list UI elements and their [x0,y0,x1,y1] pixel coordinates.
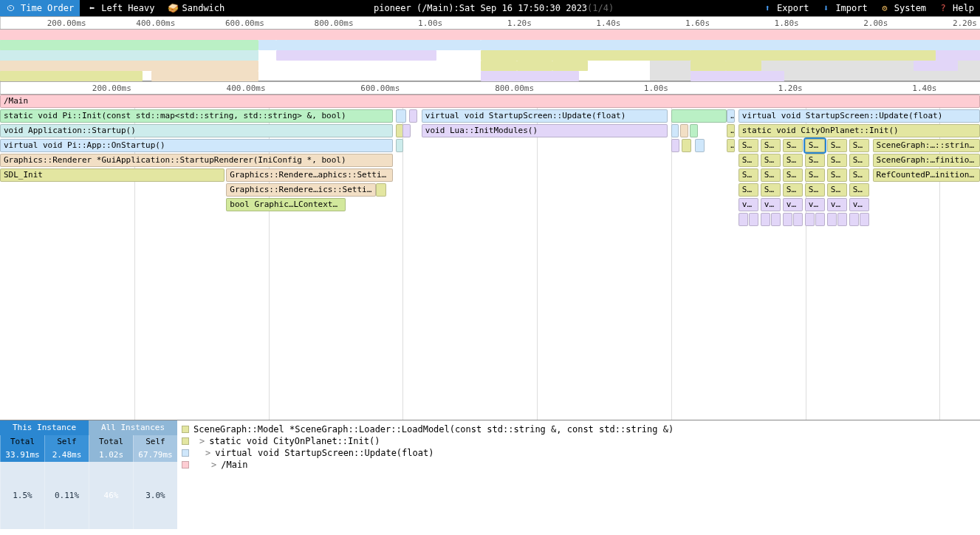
frame-v-r7-2[interactable]: v… [783,198,803,211]
frame-s-r4-0[interactable]: S… [739,154,758,167]
stack-line[interactable]: SceneGraph::Model *SceneGraph::Loader::L… [182,423,976,435]
frame-sl-r8-1a[interactable] [761,213,771,226]
frame-sl-r8-3b[interactable] [815,213,825,226]
frame-sliver-r3-1[interactable] [671,139,679,152]
frame-sliver-r3-3[interactable] [695,139,705,152]
frame-lua-initmodules[interactable]: void Lua::InitModules() [422,124,668,137]
tab-sandwich[interactable]: 🥪 Sandwich [162,0,232,16]
frame-main-root[interactable]: /Main [0,95,980,108]
frame-s-r4-3[interactable]: S… [805,154,825,167]
frame-s-r6-3[interactable]: S… [805,183,825,197]
frame-app-startup[interactable]: void Application::Startup() [0,124,393,137]
frame-dots-2[interactable]: … [727,124,735,137]
frame-s-r3-0[interactable]: S…) [739,139,758,152]
frame-dots-3[interactable]: … [727,139,735,152]
frame-v-r7-5[interactable]: v… [849,198,869,211]
stack-line[interactable]: >/Main [182,459,976,471]
stack-line[interactable]: >static void CityOnPlanet::Init() [182,435,976,447]
frame-gfx-renderer-settings-2[interactable]: Graphics::Rendere…ics::Settings &) [226,183,376,197]
frame-v-r7-4[interactable]: v… [827,198,847,211]
frame-s-r3-5[interactable]: S…) [849,139,869,152]
col-all-total[interactable]: Total [89,435,133,449]
frame-sl-r8-5a[interactable] [849,213,860,226]
minimap-segment [481,71,579,81]
frame-s-r4-5[interactable]: S… [849,154,869,167]
frame-sliver-olive-2[interactable] [376,183,386,197]
frame-startup-renderer[interactable]: Graphics::Renderer *GuiApplication::Star… [0,154,393,167]
frame-sl-r8-0a[interactable] [739,213,749,226]
frame-sliver-tan-1[interactable] [680,124,688,137]
help-button[interactable]: ? Help [932,0,980,16]
frame-sliver-green-1[interactable] [671,109,727,123]
frame-sl-r8-5b[interactable] [860,213,869,226]
frame-sliver-lav-2[interactable] [402,124,411,137]
frame-startup-update-1[interactable]: virtual void StartupScreen::Update(float… [422,109,668,123]
frame-s-r3-1[interactable]: S…) [761,139,781,152]
frame-v-r7-3[interactable]: v… [805,198,825,211]
import-icon: ⬇ [820,3,831,13]
col-this-total[interactable]: Total [0,435,44,449]
minimap-segment [151,71,258,81]
frame-s-r5-2[interactable]: S… [783,168,803,182]
main-ruler[interactable]: 200.00ms400.00ms600.00ms800.00ms1.00s1.2… [0,81,980,95]
frame-v-r7-1[interactable]: v… [761,198,781,211]
button-label: Import [835,3,867,13]
stack-line[interactable]: >virtual void StartupScreen::Update(floa… [182,447,976,459]
frame-pi-init[interactable]: static void Pi::Init(const std::map<std:… [0,109,393,123]
frame-cityonplanet-init[interactable]: static void CityOnPlanet::Init() [739,124,980,137]
stats-header-this: This Instance [0,420,89,435]
col-this-self[interactable]: Self [44,435,89,449]
system-button[interactable]: ⚙ System [874,0,932,16]
tab-time-order[interactable]: ⏲ Time Order [0,0,80,16]
frame-sliver-blue-1[interactable] [396,109,406,123]
flame-graph[interactable]: /Mainstatic void Pi::Init(const std::map… [0,95,980,420]
minimap-ruler[interactable]: 200.00ms400.00ms600.00ms800.00ms1.00s1.2… [0,16,980,30]
frame-sl-r8-3a[interactable] [805,213,815,226]
frame-s-r6-5[interactable]: S… [849,183,869,197]
frame-sliver-teal-1[interactable] [396,139,403,152]
frame-gfx-renderer-settings-1[interactable]: Graphics::Rendere…aphics::Settings) [226,168,392,182]
frame-s-r4-2[interactable]: S… [783,154,803,167]
clock-icon: ⏲ [6,4,16,13]
frame-s-r3-4[interactable]: S…) [827,139,847,152]
frame-dots-1[interactable]: … [727,109,735,123]
stack-color-swatch [182,426,189,433]
frame-s-r6-4[interactable]: S… [827,183,847,197]
frame-bool-graphic-lcontext[interactable]: bool Graphic…LContext &) [226,198,346,211]
frame-sliver-r3-2[interactable] [682,139,692,152]
frame-sl-r8-4a[interactable] [827,213,837,226]
minimap[interactable] [0,30,980,81]
frame-sliver-green-2[interactable] [690,124,698,137]
frame-v-r7-0[interactable]: v… [739,198,758,211]
frame-s-r6-1[interactable]: S… [761,183,781,197]
frame-sl-r8-2b[interactable] [793,213,803,226]
frame-sliver-blue-2[interactable] [671,124,679,137]
frame-s-r3-2[interactable]: S…) [783,139,803,152]
frame-sl-r8-1b[interactable] [771,213,781,226]
frame-sliver-lav-1[interactable] [409,109,417,123]
frame-s-r5-3[interactable]: S… [805,168,825,182]
frame-scenegraph-string[interactable]: SceneGraph:…::string &) [873,139,980,152]
frame-s-r5-5[interactable]: S… [849,168,869,182]
frame-s-r4-1[interactable]: S… [761,154,781,167]
frame-startup-update-2[interactable]: virtual void StartupScreen::Update(float… [739,109,980,123]
frame-s-r4-4[interactable]: S… [827,154,847,167]
frame-refcounted[interactable]: RefCountedP…inition> &) [873,168,980,182]
export-button[interactable]: ⬆ Export [756,0,815,16]
frame-sdl-init[interactable]: SDL_Init [0,168,225,182]
frame-pi-onstartup[interactable]: virtual void Pi::App::OnStartup() [0,139,393,152]
frame-s-r5-0[interactable]: S… [739,168,758,182]
import-button[interactable]: ⬇ Import [815,0,873,16]
col-all-self[interactable]: Self [133,435,177,449]
frame-sl-r8-0b[interactable] [749,213,758,226]
frame-s-r6-0[interactable]: S… [739,183,758,197]
frame-s-r3-3[interactable]: S…) [805,139,825,152]
frame-scenegraph-def[interactable]: SceneGraph:…finition &) [873,154,980,167]
frame-sl-r8-4b[interactable] [837,213,847,226]
frame-s-r6-2[interactable]: S… [783,183,803,197]
frame-sl-r8-2a[interactable] [783,213,793,226]
tab-left-heavy[interactable]: ⬅ Left Heavy [80,0,161,16]
frame-s-r5-1[interactable]: S… [761,168,781,182]
val-this-self: 2.48ms [44,449,89,462]
frame-s-r5-4[interactable]: S… [827,168,847,182]
